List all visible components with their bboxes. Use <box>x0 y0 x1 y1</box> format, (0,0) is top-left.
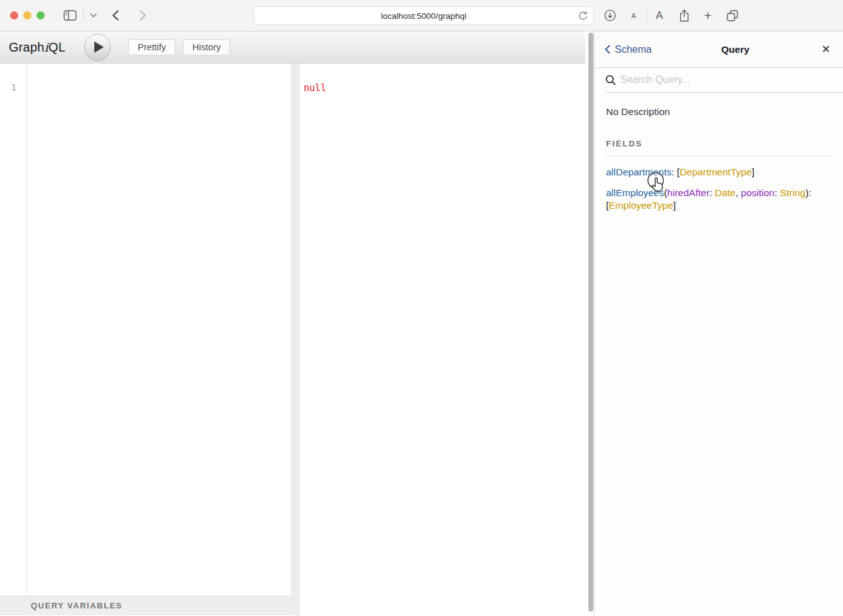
big-a-label: A <box>656 9 663 22</box>
result-value: null <box>304 82 326 94</box>
logo-text: QL <box>48 40 65 54</box>
doc-close-button[interactable]: ✕ <box>819 41 833 57</box>
doc-field-part-plain: , <box>736 187 741 198</box>
doc-field-part-arg[interactable]: position <box>741 187 774 198</box>
doc-fields-list: allDepartments: [DepartmentType]allEmplo… <box>606 166 832 212</box>
doc-field-part-field[interactable]: allEmployees <box>606 187 664 198</box>
query-variables-toggle[interactable]: QUERY VARIABLES <box>0 596 291 615</box>
browser-chrome: localhost:5000/graphql A A <box>0 0 843 31</box>
doc-fields-heading: FIELDS <box>606 139 832 157</box>
chevron-left-icon <box>605 45 610 54</box>
forward-button[interactable] <box>140 10 146 21</box>
prettify-button[interactable]: Prettify <box>128 39 175 55</box>
pane-resize-handle[interactable] <box>291 63 300 615</box>
plus-icon: + <box>704 9 712 22</box>
doc-body: No Description FIELDS allDepartments: [D… <box>595 93 843 229</box>
zoom-window-button[interactable] <box>36 11 45 19</box>
query-editor[interactable]: 1 <box>0 63 291 596</box>
reload-icon[interactable] <box>578 11 588 21</box>
increase-font-button[interactable]: A <box>647 9 672 22</box>
doc-field-part-type[interactable]: Date <box>715 187 736 198</box>
search-icon <box>605 75 616 85</box>
doc-field-part-field[interactable]: allDepartments <box>606 167 671 177</box>
sidebar-toggle-icon[interactable] <box>63 10 77 21</box>
back-button[interactable] <box>112 10 119 21</box>
doc-explorer-panel: Schema Query ✕ No Description FIELDS all… <box>594 31 843 615</box>
doc-search-row <box>605 68 843 93</box>
doc-type-title: Query <box>652 44 819 55</box>
graphiql-app: GraphiQL Prettify History 1 QUERY VARIAB… <box>0 31 594 615</box>
doc-search-input[interactable] <box>620 74 843 85</box>
doc-back-label: Schema <box>615 44 652 55</box>
window-controls <box>10 11 45 19</box>
play-icon <box>94 41 104 53</box>
doc-field-part-plain: : <box>774 187 780 198</box>
doc-field-entry[interactable]: allDepartments: [DepartmentType] <box>606 166 832 179</box>
small-a-label: A <box>631 12 636 19</box>
url-text: localhost:5000/graphql <box>381 11 466 21</box>
history-button[interactable]: History <box>183 39 230 55</box>
query-editor-pane: 1 QUERY VARIABLES <box>0 63 291 615</box>
doc-field-part-plain: : <box>710 187 715 198</box>
editor-gutter: 1 <box>0 63 27 596</box>
doc-field-entry[interactable]: allEmployees(hiredAfter: Date, position:… <box>606 187 832 212</box>
doc-field-part-plain: ] <box>673 200 676 211</box>
address-bar[interactable]: localhost:5000/graphql <box>253 6 594 25</box>
line-number: 1 <box>0 82 26 92</box>
downloads-icon[interactable] <box>598 9 621 21</box>
vertical-scrollbar[interactable] <box>588 33 593 612</box>
share-icon[interactable] <box>672 9 696 22</box>
graphiql-toolbar: GraphiQL Prettify History <box>0 31 585 63</box>
query-code-area[interactable] <box>27 63 291 596</box>
chevron-down-icon[interactable] <box>90 13 97 18</box>
execute-query-button[interactable] <box>84 34 111 60</box>
tab-overview-icon[interactable] <box>720 10 745 21</box>
doc-field-part-plain: : [ <box>671 167 680 177</box>
doc-field-part-arg[interactable]: hiredAfter <box>667 187 709 198</box>
logo-text: Graph <box>9 40 45 54</box>
divider <box>83 9 84 22</box>
doc-field-part-type[interactable]: EmployeeType <box>609 200 673 211</box>
new-tab-button[interactable]: + <box>696 9 720 22</box>
doc-field-part-plain: ] <box>752 167 754 177</box>
doc-field-part-type[interactable]: String <box>780 187 806 198</box>
close-window-button[interactable] <box>10 11 18 19</box>
minimize-window-button[interactable] <box>23 11 31 19</box>
doc-explorer-header: Schema Query ✕ <box>595 31 843 68</box>
graphiql-logo: GraphiQL <box>9 40 65 55</box>
result-pane: null <box>300 63 594 615</box>
doc-back-link[interactable]: Schema <box>605 44 652 55</box>
doc-description: No Description <box>606 106 832 118</box>
doc-field-part-type[interactable]: DepartmentType <box>680 167 752 177</box>
decrease-font-button[interactable]: A <box>621 12 646 19</box>
